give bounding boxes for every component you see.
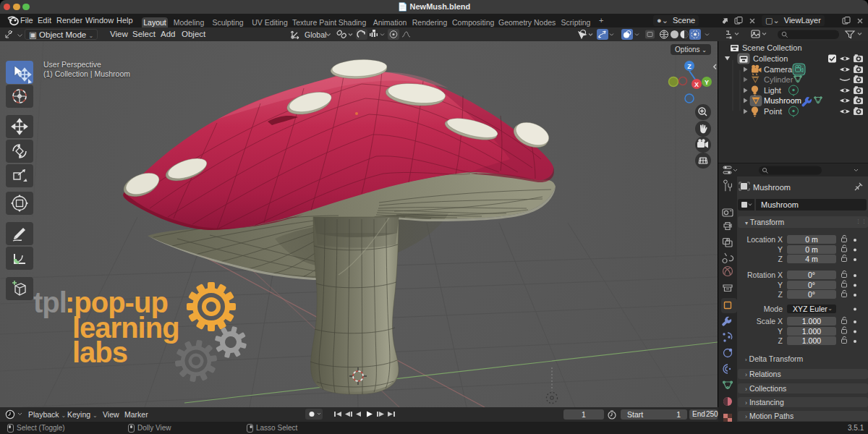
svg-text:labs: labs xyxy=(72,336,127,368)
svg-text:Cylinder: Cylinder xyxy=(764,75,793,84)
svg-text:Collection: Collection xyxy=(753,54,788,63)
svg-text:X: X xyxy=(694,81,699,88)
svg-text:Mushroom: Mushroom xyxy=(764,96,801,105)
svg-text:Point: Point xyxy=(764,107,782,116)
svg-text:Global: Global xyxy=(305,30,326,39)
svg-text:Scene Collection: Scene Collection xyxy=(742,43,802,52)
svg-text:Camera: Camera xyxy=(764,65,793,74)
svg-text:Z: Z xyxy=(687,63,692,70)
svg-text:Light: Light xyxy=(764,86,781,95)
svg-text:Y: Y xyxy=(705,79,709,86)
svg-text:tpl: tpl xyxy=(33,286,67,318)
